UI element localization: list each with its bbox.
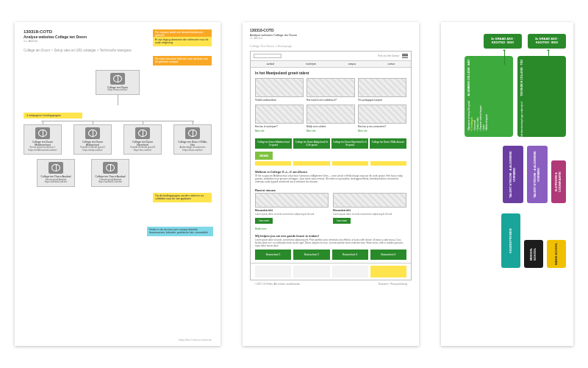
- nav-item[interactable]: contact: [388, 63, 395, 66]
- node-url: https://abdij.cotd.be/: [76, 149, 109, 152]
- note-yellow-1: Er zijn legacy-domeinen die redirecten n…: [153, 37, 212, 46]
- footer-col-highlight: [370, 266, 406, 277]
- tile[interactable]: Ons pedagogisch project: [358, 78, 406, 102]
- sitemap-node: College ten Doorn Nijverheid Tweede en d…: [123, 124, 162, 155]
- node-url: https://aanbod.cotd.be/: [40, 181, 72, 184]
- flow-node-bstroom: B-STROOM & COGNIKANTIE: [551, 160, 566, 203]
- tile[interactable]: Ontdek studieaanbod: [255, 78, 304, 102]
- note-yellow-2: Op de landingspagina worden redirects vi…: [153, 193, 212, 202]
- tile[interactable]: Hoe maak ik een studiekeuze?: [306, 78, 355, 102]
- highlight-chip: [370, 161, 406, 166]
- cta-button[interactable]: Basisschool 3: [332, 250, 368, 260]
- okan-button[interactable]: OKAN: [255, 152, 273, 160]
- flow-node-keuzestromen: KEUZESTROMEN: [501, 213, 520, 268]
- tile-link[interactable]: Meer info: [358, 130, 406, 132]
- placeholder-image: [255, 78, 304, 97]
- tile-link[interactable]: Meer info: [306, 130, 355, 132]
- node-url: https://middenschool.cotd.be/: [26, 149, 59, 152]
- globe-icon: [110, 73, 125, 85]
- mock-topbar: Over ons Info Contact: [251, 52, 411, 61]
- box-title: TECHNISCH COLLEGE · TSO: [520, 60, 524, 96]
- mock-navbar: aanbod inschrijven campus contact: [251, 61, 411, 68]
- hero-title: In het Meetjesland groeit talent: [251, 68, 411, 78]
- list-item: Wetenschappen: [485, 101, 488, 131]
- campus-button[interactable]: College ten Doorn OKAn-klassen: [370, 138, 406, 149]
- breadcrumb: College Ten Doorn > Homepage: [250, 44, 412, 48]
- cta-grid: Basisschool 1 Basisschool 2 Basisschool …: [251, 250, 411, 263]
- page-flowchart: 3e GRAAD ASO · KSO/TSO · BSO 3e GRAAD AS…: [441, 22, 573, 346]
- news-more-link[interactable]: Bekijk meer: [251, 226, 411, 232]
- read-more-button[interactable]: Lees meer: [255, 218, 273, 224]
- tile-label: Ontdek studieaanbod: [255, 99, 304, 102]
- campus-button[interactable]: College ten Doorn Abdijschool 2e & 3e gr…: [293, 138, 330, 149]
- placeholder-image: [306, 105, 355, 124]
- flow-row-streams: TALENT STROOM · A ALGEMENE VORMING TALEN…: [448, 146, 566, 203]
- tile[interactable]: Bekijk onze scholenMeer info: [306, 105, 355, 132]
- campus-button[interactable]: College ten Doorn Middenschool 1e graad: [255, 138, 292, 149]
- arrow-icon: [504, 50, 505, 65]
- tile-link[interactable]: Meer info: [255, 130, 304, 132]
- campus-bar: College ten Doorn Middenschool 1e graad …: [251, 138, 411, 149]
- cta-button[interactable]: Basisschool 4: [370, 250, 406, 260]
- tile-label: Bekijk onze scholen: [306, 125, 355, 128]
- homepage-mock: Over ons Info Contact aanbod inschrijven…: [250, 51, 412, 280]
- help-title: Wij helpen jou om een goede keuze te mak…: [251, 232, 411, 238]
- sitemap-row-campuses: College ten Doorn Middenschool Eerste gr…: [24, 124, 212, 155]
- nav-item[interactable]: aanbod: [267, 63, 274, 66]
- tile-grid-2: Hoe kan ik inschrijven?Meer info Bekijk …: [251, 105, 411, 135]
- tile[interactable]: Hoe kan ik inschrijven?Meer info: [255, 105, 304, 132]
- read-more-button[interactable]: Lees meer: [333, 218, 351, 224]
- footer-col: [255, 266, 291, 277]
- news-item-title: Nieuwsbericht: [255, 209, 329, 212]
- globe-icon: [103, 162, 118, 174]
- flow-node-3egraad-right: 3e GRAAD ASO · KSO/TSO · BSO: [528, 34, 566, 49]
- nav-item[interactable]: inschrijven: [306, 63, 316, 66]
- flow-row-bottom: KEUZESTROMEN MIDDEN-SCHOOL BASIS-SCHOOL: [448, 213, 566, 268]
- flow-node-3egraad-left: 3e GRAAD ASO · KSO/TSO · BSO: [484, 34, 522, 49]
- nav-item[interactable]: campus: [348, 63, 356, 66]
- hamburger-icon[interactable]: [402, 54, 408, 58]
- flow-node-astroom-1: TALENT STROOM · A ALGEMENE VORMING: [503, 146, 523, 203]
- box-title: ALGEMEEN COLLEGE · ASO: [467, 60, 471, 96]
- news-row: Nieuwsbericht Lorem ipsum dolor sit amet…: [251, 193, 411, 226]
- note-cyan-1: Verder is de structuur per campus identi…: [147, 227, 213, 236]
- box-list: Algemene vorming 2de graad 7 richtingen …: [467, 100, 488, 132]
- page-sitemap: 130318-COTD Analyse websites College ten…: [15, 22, 220, 346]
- flow-box-aso: ALGEMEEN COLLEGE · ASO Algemene vorming …: [465, 56, 513, 137]
- sitemap-root: College ten Doorn https://www.cotd.be/: [96, 70, 140, 95]
- globe-icon: [135, 127, 150, 139]
- flow-row-colleges: ALGEMEEN COLLEGE · ASO Algemene vorming …: [448, 56, 566, 137]
- cta-button[interactable]: Basisschool 2: [293, 250, 329, 260]
- doc-code: 130318-COTD: [250, 28, 412, 32]
- page1-footer: https://doc1.team-creative.be: [179, 339, 212, 342]
- news-card: Nieuwsbericht Lorem ipsum dolor sit amet…: [255, 193, 329, 224]
- globe-icon: [35, 127, 50, 139]
- welcome-body: Of het nu gaat om Middenschool, vakschoo…: [251, 174, 411, 186]
- node-url: https://okan.cotd.be/: [176, 149, 209, 152]
- sitemap-node: College ten Doorn Aanbod Eerste graad Aa…: [37, 159, 75, 186]
- tile-label: Hoe maak ik een studiekeuze?: [306, 99, 355, 102]
- help-body: Lorem ipsum dolor sit amet, consectetur …: [251, 238, 411, 250]
- tile-label: Hoe kan ik inschrijven?: [255, 125, 304, 128]
- globe-icon: [85, 127, 100, 139]
- footer-col: [332, 266, 368, 277]
- flow-box-tso: TECHNISCH COLLEGE · TSO Algemene vorming…: [517, 56, 566, 137]
- globe-icon: [185, 127, 200, 139]
- flow-row-top: 3e GRAAD ASO · KSO/TSO · BSO 3e GRAAD AS…: [448, 34, 566, 49]
- landing-band: 4 webpagina's landingspagina: [24, 113, 82, 118]
- search-input[interactable]: [254, 54, 282, 58]
- tile[interactable]: Hoe kan je ons contacteren?Meer info: [358, 105, 406, 132]
- top-menus[interactable]: Over ons Info Contact: [284, 54, 399, 57]
- placeholder-image: [306, 78, 355, 97]
- cta-button[interactable]: Basisschool 1: [255, 250, 291, 260]
- doc-version: v1 -Adshot: [250, 37, 412, 40]
- campus-button[interactable]: College ten Doorn Nijverheid 2e & 3e gra…: [331, 138, 368, 149]
- flow-node-middenschool: MIDDEN-SCHOOL: [524, 240, 543, 268]
- footer-col: [293, 266, 329, 277]
- welcome-title: Welkom in College O.-L.-V.-ten-Doorn: [251, 168, 411, 174]
- breadcrumb: College ten Doorn > Setup sites en URL s…: [24, 49, 212, 52]
- placeholder-image: [255, 105, 304, 124]
- note-orange-2: De menu-structuur leidt ook naar op basi…: [153, 56, 212, 66]
- node-url: https://tec.cotd.be/: [126, 149, 159, 152]
- news-item-body: Lorem ipsum dolor sit amet consectetur a…: [255, 213, 329, 216]
